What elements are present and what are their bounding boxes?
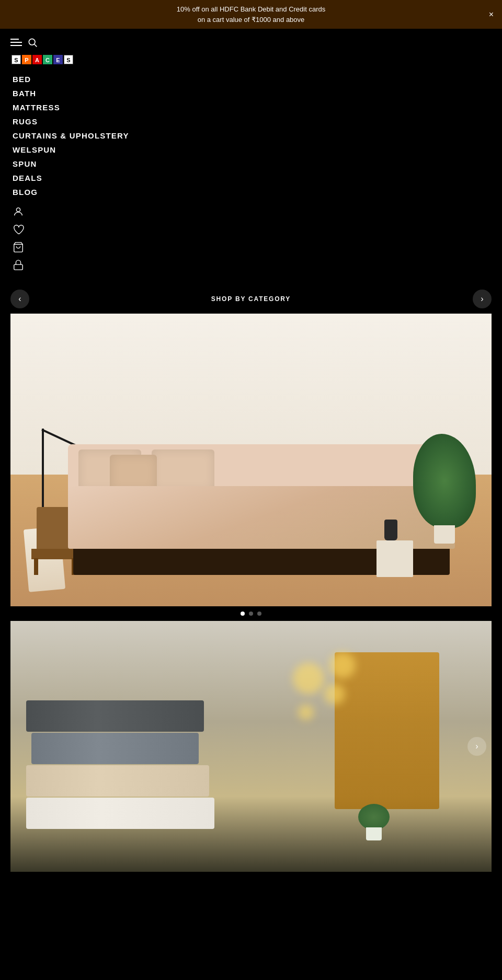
svg-rect-4 <box>14 264 23 270</box>
user-icon <box>13 206 24 217</box>
small-plant <box>361 809 387 840</box>
bokeh-2 <box>324 684 345 705</box>
header-top <box>10 35 492 50</box>
logo[interactable]: S P A C E S <box>12 55 492 64</box>
svg-point-2 <box>16 208 20 212</box>
carousel-dot-3[interactable] <box>257 612 261 616</box>
header: S P A C E S BED BATH MATTRESS RUGS CURTA… <box>0 29 502 283</box>
hero-bedroom-image <box>10 314 492 606</box>
shop-by-category-section: ‹ SHOP BY CATEGORY › <box>0 283 502 878</box>
carousel-dots <box>10 606 492 621</box>
nav-menu: BED BATH MATTRESS RUGS CURTAINS & UPHOLS… <box>10 67 492 199</box>
logo-letter-a: A <box>32 55 42 64</box>
cart-icon <box>13 241 24 253</box>
towel-bath-image: › <box>10 621 492 872</box>
user-profile-button[interactable] <box>13 206 492 220</box>
towel-mid-gray <box>31 733 199 764</box>
duvet <box>68 486 455 549</box>
nav-item-mattress[interactable]: MATTRESS <box>13 101 492 114</box>
nav-item-blog[interactable]: BLOG <box>13 186 492 199</box>
banner-line1: 10% off on all HDFC Bank Debit and Credi… <box>177 5 325 13</box>
bokeh-1 <box>293 663 324 694</box>
nav-item-bath[interactable]: BATH <box>13 87 492 100</box>
vase <box>384 520 397 540</box>
svg-line-1 <box>35 44 37 47</box>
cart-button[interactable] <box>13 241 492 255</box>
hamburger-menu-button[interactable] <box>10 39 22 46</box>
nav-item-welspun[interactable]: WELSPUN <box>13 143 492 156</box>
logo-letter-c: C <box>43 55 52 64</box>
account-button[interactable] <box>13 259 492 273</box>
carousel-next-button[interactable]: › <box>473 290 492 308</box>
heart-icon <box>13 224 24 235</box>
shop-section-title: SHOP BY CATEGORY <box>29 295 473 303</box>
pillow-right <box>152 449 214 491</box>
nav-item-bed[interactable]: BED <box>13 73 492 86</box>
shop-section-header: ‹ SHOP BY CATEGORY › <box>10 290 492 308</box>
account-icon <box>13 259 24 271</box>
hero-image-background <box>10 314 492 606</box>
logo-letter-p: P <box>22 55 31 64</box>
image-next-button[interactable]: › <box>467 737 486 756</box>
logo-letter-e: E <box>53 55 63 64</box>
wishlist-button[interactable] <box>13 224 492 237</box>
plant <box>418 439 471 544</box>
towel-stack <box>26 700 225 830</box>
bokeh-3 <box>329 652 356 678</box>
towel-light <box>26 798 214 829</box>
logo-letters: S P A C E S <box>12 55 492 64</box>
search-icon <box>27 37 38 48</box>
towel-dark-gray <box>26 700 204 732</box>
towel-image-background: › <box>10 621 492 872</box>
nav-item-rugs[interactable]: RUGS <box>13 115 492 128</box>
carousel-dot-1[interactable] <box>241 612 245 616</box>
bokeh-4 <box>298 705 314 720</box>
banner-line2: on a cart value of ₹1000 and above <box>198 16 305 24</box>
top-banner: 10% off on all HDFC Bank Debit and Credi… <box>0 0 502 29</box>
carousel-dot-2[interactable] <box>249 612 253 616</box>
nav-item-deals[interactable]: DEALS <box>13 171 492 185</box>
logo-letter-s2: S <box>64 55 73 64</box>
towel-beige <box>26 765 209 797</box>
nightstand <box>376 540 413 577</box>
carousel-prev-button[interactable]: ‹ <box>10 290 29 308</box>
search-button[interactable] <box>27 37 38 50</box>
nav-item-spun[interactable]: SPUN <box>13 157 492 170</box>
svg-point-0 <box>29 39 35 45</box>
user-icons-row <box>10 202 492 277</box>
nav-item-curtains[interactable]: CURTAINS & UPHOLSTERY <box>13 129 492 142</box>
logo-letter-s: S <box>12 55 21 64</box>
banner-close-button[interactable]: × <box>489 8 494 21</box>
